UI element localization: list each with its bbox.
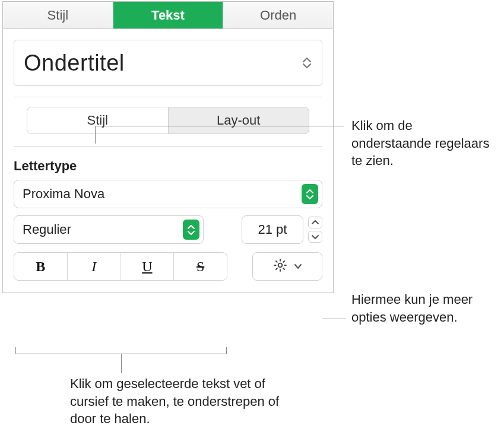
paragraph-style-label: Ondertitel (24, 50, 125, 76)
bold-button[interactable]: B (14, 253, 67, 280)
callout-leader (95, 126, 344, 126)
callout-gear: Hiermee kun je meer opties weergeven. (351, 291, 494, 326)
format-panel: Stijl Tekst Orden Ondertitel Stijl Lay-o… (2, 1, 334, 293)
font-size-up[interactable] (308, 217, 322, 228)
style-layout-segmented: Stijl Lay-out (27, 107, 309, 134)
tab-text[interactable]: Tekst (113, 2, 224, 28)
tab-order[interactable]: Orden (223, 2, 333, 28)
select-arrows-icon (302, 184, 318, 204)
select-arrows-icon (183, 220, 199, 240)
divider (14, 97, 322, 97)
gear-icon (272, 258, 288, 275)
svg-point-0 (278, 263, 283, 268)
font-size-field[interactable]: 21 pt (242, 215, 303, 244)
more-options-button[interactable] (252, 252, 322, 281)
callout-leader (121, 354, 122, 373)
font-family-select[interactable]: Proxima Nova (14, 180, 322, 208)
paragraph-style-select[interactable]: Ondertitel (14, 40, 322, 86)
strikethrough-button[interactable]: S (173, 253, 227, 280)
font-weight-select[interactable]: Regulier (14, 215, 204, 244)
callout-leader (95, 126, 96, 144)
chevron-down-icon (294, 261, 302, 272)
text-style-buttons: B I U S (14, 252, 227, 281)
callout-bracket (15, 347, 227, 354)
segment-layout[interactable]: Lay-out (168, 107, 309, 134)
divider (14, 146, 322, 147)
tab-style[interactable]: Stijl (3, 2, 113, 28)
font-weight-value: Regulier (23, 222, 71, 237)
font-family-value: Proxima Nova (23, 186, 104, 202)
font-size-down[interactable] (308, 231, 322, 243)
top-tabs: Stijl Tekst Orden (3, 2, 333, 29)
callout-segmented: Klik om de onderstaande regelaars te zie… (351, 117, 494, 170)
font-section-label: Lettertype (14, 158, 322, 174)
italic-button[interactable]: I (67, 253, 121, 280)
callout-leader (322, 319, 346, 319)
segment-style[interactable]: Stijl (27, 107, 168, 134)
font-size-stepper (308, 217, 322, 243)
underline-button[interactable]: U (121, 253, 174, 280)
callout-styles: Klik om geselecteerde tekst vet of cursi… (70, 375, 296, 428)
chevron-updown-icon (302, 57, 312, 69)
